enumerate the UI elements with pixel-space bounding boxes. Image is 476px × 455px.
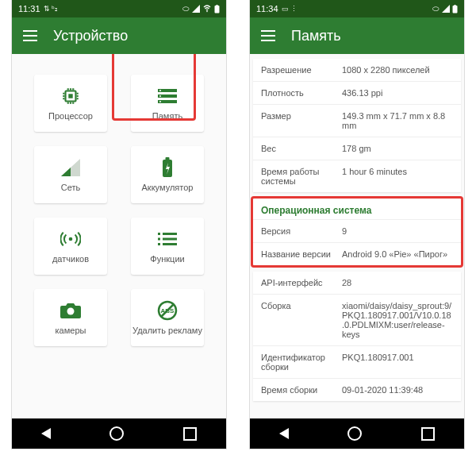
- status-time: 11:34: [256, 4, 278, 13]
- tile-label: камеры: [56, 326, 86, 335]
- tile-label: Аккумулятор: [142, 183, 194, 192]
- nav-recent-icon[interactable]: [421, 427, 435, 441]
- appbar-title: Память: [291, 28, 341, 44]
- status-time: 11:31: [18, 4, 40, 13]
- svg-rect-24: [453, 6, 458, 13]
- list-row: Размер149.3 mm x 71.7 mm x 8.8 mm: [253, 104, 461, 137]
- menu-icon[interactable]: [23, 30, 37, 41]
- list-row: Название версииAndroid 9.0 «Pie» «Пирог»: [253, 242, 461, 265]
- svg-point-9: [159, 95, 161, 97]
- content: Процессор Память Сеть Аккумулятор: [12, 54, 226, 418]
- android-navbar: [12, 418, 226, 449]
- nav-home-icon[interactable]: [347, 426, 362, 441]
- svg-rect-18: [158, 243, 160, 245]
- svg-point-20: [67, 307, 75, 314]
- cpu-icon: [60, 86, 81, 106]
- tile-label: Память: [152, 111, 182, 121]
- bottom-list: API-интерфейс28 Сборкаxiaomi/daisy/daisy…: [253, 272, 461, 401]
- android-navbar: [250, 418, 464, 449]
- tile-sensors[interactable]: датчиков: [34, 218, 107, 275]
- list-row: Версия9: [253, 219, 461, 242]
- signal-icon: [60, 157, 81, 178]
- svg-rect-25: [455, 5, 456, 6]
- sensor-icon: [60, 229, 81, 249]
- menu-icon[interactable]: [261, 30, 275, 41]
- svg-rect-2: [217, 5, 218, 6]
- statusbar: 11:31 ⇅ ᵇ₂ ⬭: [12, 0, 226, 17]
- list-row: API-интерфейс28: [253, 272, 461, 294]
- tile-label: Удалить рекламу: [132, 326, 202, 335]
- no-ads-icon: ABS: [157, 300, 178, 321]
- tile-label: Сеть: [61, 183, 80, 192]
- svg-rect-1: [215, 6, 220, 13]
- list-row: Вес178 gm: [253, 137, 461, 160]
- battery-icon: [157, 157, 178, 178]
- tile-network[interactable]: Сеть: [34, 146, 107, 203]
- tile-cpu[interactable]: Процессор: [34, 75, 107, 132]
- content: Разрешение1080 x 2280 пикселей Плотность…: [250, 54, 464, 418]
- nav-back-icon[interactable]: [279, 428, 289, 439]
- os-section: Операционная система Версия9 Название ве…: [253, 199, 461, 265]
- svg-rect-16: [158, 237, 160, 240]
- list-row: Время сборки09-01-2020 11:39:48: [253, 378, 461, 401]
- tile-label: Функции: [150, 254, 184, 264]
- svg-rect-12: [166, 157, 170, 160]
- statusbar: 11:34 ▭ ⋮ ⬭: [250, 0, 464, 17]
- svg-point-0: [206, 11, 208, 13]
- list-row: Идентификатор сборкиPKQ1.180917.001: [253, 345, 461, 378]
- appbar: Память: [250, 17, 464, 54]
- tile-label: датчиков: [52, 254, 89, 264]
- memory-icon: [157, 86, 178, 106]
- phone-right: 11:34 ▭ ⋮ ⬭ Память Разрешение1080 x 2280…: [250, 0, 464, 449]
- svg-rect-19: [163, 243, 177, 245]
- svg-rect-15: [163, 233, 177, 235]
- list-row: Разрешение1080 x 2280 пикселей: [253, 59, 461, 81]
- camera-icon: [60, 300, 81, 321]
- svg-point-10: [159, 101, 161, 102]
- tile-camera[interactable]: камеры: [34, 289, 107, 346]
- svg-point-13: [69, 237, 73, 241]
- appbar: Устройство: [12, 17, 226, 54]
- svg-rect-4: [68, 94, 72, 98]
- tile-features[interactable]: Функции: [131, 218, 204, 275]
- top-list: Разрешение1080 x 2280 пикселей Плотность…: [253, 59, 461, 192]
- tile-remove-ads[interactable]: ABS Удалить рекламу: [131, 289, 204, 346]
- tile-battery[interactable]: Аккумулятор: [131, 146, 204, 203]
- tile-label: Процессор: [48, 111, 93, 121]
- svg-point-8: [159, 90, 161, 91]
- list-row: Сборкаxiaomi/daisy/daisy_sprout:9/PKQ1.1…: [253, 294, 461, 345]
- phone-left: 11:31 ⇅ ᵇ₂ ⬭ Устройство Процессор: [12, 0, 226, 449]
- os-section-header: Операционная система: [253, 199, 461, 219]
- nav-back-icon[interactable]: [41, 428, 51, 439]
- tile-memory[interactable]: Память: [131, 75, 204, 132]
- svg-rect-14: [158, 233, 160, 235]
- tile-grid: Процессор Память Сеть Аккумулятор: [12, 54, 226, 367]
- list-icon: [157, 229, 178, 249]
- nav-recent-icon[interactable]: [183, 427, 197, 441]
- appbar-title: Устройство: [53, 28, 128, 44]
- list-row: Время работы системы1 hour 6 minutes: [253, 160, 461, 192]
- list-row: Плотность436.13 ppi: [253, 81, 461, 104]
- svg-rect-17: [163, 237, 177, 240]
- nav-home-icon[interactable]: [109, 426, 124, 441]
